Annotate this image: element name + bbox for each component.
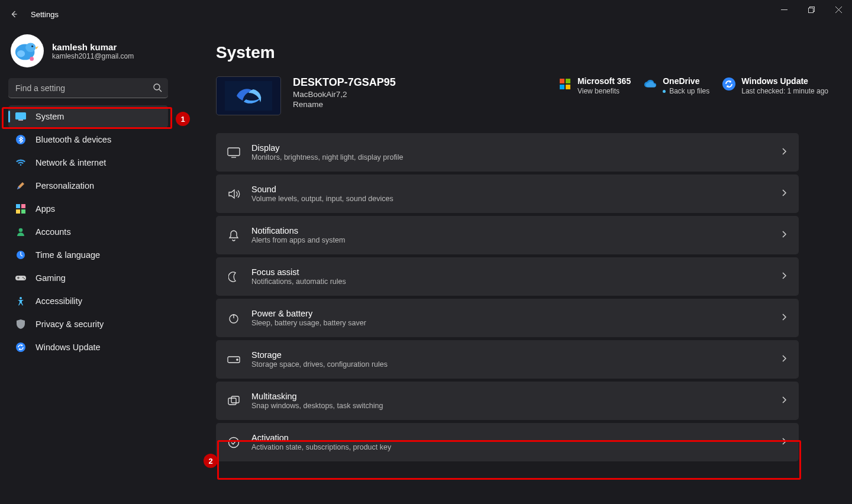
nav-item-network[interactable]: Network & internet <box>8 151 168 174</box>
close-button[interactable] <box>825 0 852 19</box>
rename-link[interactable]: Rename <box>293 100 396 109</box>
update-icon <box>15 342 26 353</box>
bluetooth-icon <box>15 134 26 145</box>
row-sub: Storage space, drives, configuration rul… <box>251 360 388 369</box>
badge-windows-update[interactable]: Windows Update Last checked: 1 minute ag… <box>722 76 828 95</box>
row-sub: Notifications, automatic rules <box>251 277 346 286</box>
windows-update-icon <box>722 77 735 91</box>
nav-item-accounts[interactable]: Accounts <box>8 221 168 243</box>
sound-icon <box>227 187 241 201</box>
profile-block[interactable]: kamlesh kumar kamlesh2011@gmail.com <box>8 34 169 67</box>
nav-item-bluetooth[interactable]: Bluetooth & devices <box>8 128 168 151</box>
device-name: DESKTOP-7GSAP95 <box>293 76 396 89</box>
svg-rect-13 <box>18 119 23 121</box>
search-input[interactable] <box>8 78 168 98</box>
svg-point-26 <box>20 297 22 299</box>
power-icon <box>227 311 241 325</box>
row-title: Power & battery <box>251 309 366 318</box>
m365-icon <box>559 77 572 91</box>
chevron-right-icon <box>781 354 787 364</box>
row-sub: Monitors, brightness, night light, displ… <box>251 153 403 161</box>
search-icon <box>153 83 162 94</box>
row-title: Focus assist <box>251 267 346 277</box>
nav-item-privacy[interactable]: Privacy & security <box>8 313 168 335</box>
nav-item-label: Bluetooth & devices <box>36 135 111 144</box>
svg-point-6 <box>25 43 36 52</box>
row-focus-assist[interactable]: Focus assistNotifications, automatic rul… <box>216 257 799 296</box>
svg-rect-31 <box>560 85 564 89</box>
nav-list: System Bluetooth & devices Network & int… <box>8 105 168 358</box>
row-multitasking[interactable]: MultitaskingSnap windows, desktops, task… <box>216 382 799 420</box>
svg-point-22 <box>22 277 24 278</box>
row-title: Display <box>251 143 403 153</box>
badge-title: Windows Update <box>741 76 828 86</box>
row-sub: Alerts from apps and system <box>251 236 345 244</box>
nav-item-personalization[interactable]: Personalization <box>8 175 168 197</box>
svg-rect-30 <box>566 79 570 83</box>
row-sound[interactable]: SoundVolume levels, output, input, sound… <box>216 175 799 213</box>
gamepad-icon <box>15 273 26 283</box>
brush-icon <box>15 180 26 191</box>
wifi-icon <box>15 157 26 168</box>
windows-bloom-icon <box>225 81 272 111</box>
badge-m365[interactable]: Microsoft 365 View benefits <box>559 76 631 95</box>
nav-item-apps[interactable]: Apps <box>8 198 168 220</box>
maximize-button[interactable] <box>798 0 825 19</box>
settings-list: DisplayMonitors, brightness, night light… <box>216 133 799 461</box>
row-sub: Volume levels, output, input, sound devi… <box>251 195 393 203</box>
svg-point-8 <box>17 50 25 57</box>
svg-point-9 <box>30 57 34 61</box>
accessibility-icon <box>15 296 26 306</box>
profile-email: kamlesh2011@gmail.com <box>52 52 134 60</box>
chevron-right-icon <box>781 147 787 157</box>
maximize-icon <box>808 7 815 13</box>
nav-item-label: Accessibility <box>36 296 82 306</box>
row-display[interactable]: DisplayMonitors, brightness, night light… <box>216 133 799 172</box>
check-circle-icon <box>227 435 241 450</box>
row-title: Sound <box>251 185 393 194</box>
nav-item-label: Gaming <box>36 273 66 283</box>
arrow-left-icon <box>9 9 19 19</box>
row-power[interactable]: Power & batterySleep, battery usage, bat… <box>216 299 799 337</box>
svg-point-7 <box>31 46 33 47</box>
storage-icon <box>227 353 241 367</box>
header-badges: Microsoft 365 View benefits OneDrive Bac… <box>559 76 828 95</box>
nav-item-gaming[interactable]: Gaming <box>8 267 168 289</box>
row-storage[interactable]: StorageStorage space, drives, configurat… <box>216 340 799 379</box>
person-icon <box>15 227 26 237</box>
device-info: DESKTOP-7GSAP95 MacBookAir7,2 Rename <box>293 76 396 109</box>
svg-rect-17 <box>16 209 20 214</box>
chevron-right-icon <box>781 437 787 447</box>
svg-point-33 <box>722 77 735 91</box>
chevron-right-icon <box>781 313 787 323</box>
minimize-icon <box>781 7 788 13</box>
avatar <box>11 34 44 67</box>
nav-item-time-language[interactable]: Time & language <box>8 244 168 266</box>
row-title: Storage <box>251 350 388 360</box>
svg-rect-12 <box>15 112 26 119</box>
nav-item-label: Personalization <box>36 181 94 190</box>
nav-item-label: Network & internet <box>36 158 106 167</box>
badge-onedrive[interactable]: OneDrive Back up files <box>644 76 709 95</box>
chevron-right-icon <box>781 396 787 406</box>
sidebar: kamlesh kumar kamlesh2011@gmail.com Syst… <box>0 28 178 504</box>
device-thumbnail <box>216 76 281 115</box>
row-title: Multitasking <box>251 392 383 401</box>
svg-rect-16 <box>21 204 25 208</box>
svg-rect-18 <box>21 209 25 214</box>
svg-point-42 <box>229 437 239 447</box>
minimize-button[interactable] <box>770 0 798 19</box>
row-activation[interactable]: ActivationActivation state, subscription… <box>216 423 799 461</box>
nav-item-label: System <box>36 112 64 121</box>
back-button[interactable] <box>0 0 28 28</box>
avatar-bird-icon <box>14 37 41 64</box>
moon-icon <box>227 270 241 284</box>
svg-rect-41 <box>231 396 239 403</box>
main-content: System DESKTOP-7GSAP95 MacBookAir7,2 Ren… <box>183 28 828 504</box>
nav-item-accessibility[interactable]: Accessibility <box>8 290 168 312</box>
row-notifications[interactable]: NotificationsAlerts from apps and system <box>216 216 799 254</box>
nav-item-windows-update[interactable]: Windows Update <box>8 336 168 358</box>
nav-item-system[interactable]: System <box>8 105 168 128</box>
svg-line-11 <box>159 89 162 92</box>
svg-point-10 <box>154 84 160 90</box>
